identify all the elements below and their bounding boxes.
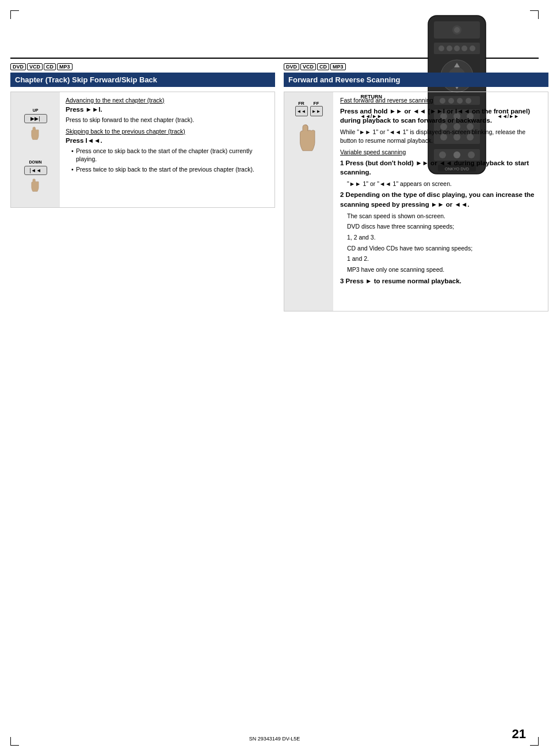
right-format-tag-vcd: VCD xyxy=(300,63,316,70)
advancing-label: Advancing to the next chapter (track) xyxy=(66,97,269,104)
corner-mark-tl xyxy=(10,10,19,19)
right-format-tags: DVD VCD CD MP3 xyxy=(284,63,548,70)
left-content-box: UP ▶▶| DOWN |◄◄ xyxy=(10,92,275,208)
svg-point-3 xyxy=(454,27,460,33)
fast-bold: Press and hold ►► or ◄◄ (►►I or I◄◄ on t… xyxy=(340,107,541,125)
corner-mark-bl xyxy=(10,737,19,746)
fast-note: While "►► 1" or "◄◄ 1" is displayed on-s… xyxy=(340,128,541,145)
left-text-content: Advancing to the next chapter (track) Pr… xyxy=(60,92,274,207)
main-content: DVD VCD CD MP3 Chapter (Track) Skip Forw… xyxy=(10,63,539,727)
footer-sn: SN 29343149 DV-L5E xyxy=(249,736,300,742)
svg-point-6 xyxy=(447,45,452,51)
format-tag-vcd: VCD xyxy=(27,63,43,70)
forward-button-illustration: UP ▶▶| xyxy=(18,108,53,140)
format-tag-dvd: DVD xyxy=(10,63,26,70)
left-section-header: Chapter (Track) Skip Forward/Skip Back xyxy=(10,73,275,87)
left-column: DVD VCD CD MP3 Chapter (Track) Skip Forw… xyxy=(10,63,275,208)
press-forward-instruction: Press ►►I. xyxy=(66,106,269,113)
corner-mark-tr xyxy=(530,10,539,19)
fr-button-icon: ◄◄ xyxy=(295,106,308,116)
skipping-label: Skipping back to the previous chapter (t… xyxy=(66,128,269,135)
step2-indent2: DVD discs have three scanning speeds; xyxy=(347,222,541,231)
svg-point-7 xyxy=(454,45,460,51)
right-column: DVD VCD CD MP3 Forward and Reverse Scann… xyxy=(284,63,548,311)
step1-bold: 1 Press (but don't hold) ►► or ◄◄ during… xyxy=(340,158,541,177)
back-button-icon: |◄◄ xyxy=(24,166,47,176)
right-format-tag-dvd: DVD xyxy=(284,63,299,70)
right-format-tag-mp3: MP3 xyxy=(330,63,346,70)
fr-label: FR xyxy=(298,101,304,106)
right-section-header: Forward and Reverse Scanning xyxy=(284,73,548,87)
corner-mark-br xyxy=(530,737,539,746)
right-content-box: FR ◄◄ FF ►► Fast forward and reverse sca… xyxy=(284,92,548,311)
ff-label: FF xyxy=(314,101,319,106)
page-number: 21 xyxy=(512,727,526,742)
format-tag-cd: CD xyxy=(44,63,56,70)
step2-bold: 2 Depending on the type of disc playing,… xyxy=(340,190,541,208)
step2-indent5: 1 and 2. xyxy=(347,254,541,263)
bullet-1: Press once to skip back to the start of … xyxy=(71,147,269,164)
right-hand-area: FR ◄◄ FF ►► xyxy=(284,92,333,311)
step3-bold: 3 Press ► to resume normal playback. xyxy=(340,276,541,286)
step1-indent: "►► 1" or "◄◄ 1" appears on screen. xyxy=(347,180,541,188)
variable-label: Variable speed scanning xyxy=(340,149,541,155)
forward-desc: Press to skip forward to the next chapte… xyxy=(66,116,269,124)
left-hand-area: UP ▶▶| DOWN |◄◄ xyxy=(11,92,60,207)
left-format-tags: DVD VCD CD MP3 xyxy=(10,63,275,70)
right-hand-svg xyxy=(296,120,322,151)
ff-button-icon: ►► xyxy=(310,106,323,116)
format-tag-mp3: MP3 xyxy=(57,63,73,70)
forward-button-icon: ▶▶| xyxy=(24,114,47,124)
svg-point-5 xyxy=(439,45,444,51)
fast-label: Fast forward and reverse scanning xyxy=(340,97,541,104)
bullet-2: Press twice to skip back to the start of… xyxy=(71,165,269,174)
step2-indent4: CD and Video CDs have two scanning speed… xyxy=(347,244,541,253)
right-text-content: Fast forward and reverse scanning Press … xyxy=(333,92,548,311)
step2-indent3: 1, 2 and 3. xyxy=(347,233,541,242)
right-format-tag-cd: CD xyxy=(317,63,329,70)
svg-point-9 xyxy=(470,45,475,51)
press-back-instruction: Press I◄◄. xyxy=(66,137,269,144)
back-button-illustration: DOWN |◄◄ xyxy=(18,160,53,192)
svg-point-8 xyxy=(462,45,467,51)
step2-indent1: The scan speed is shown on-screen. xyxy=(347,212,541,221)
step2-indent6: MP3 have only one scanning speed. xyxy=(347,265,541,274)
